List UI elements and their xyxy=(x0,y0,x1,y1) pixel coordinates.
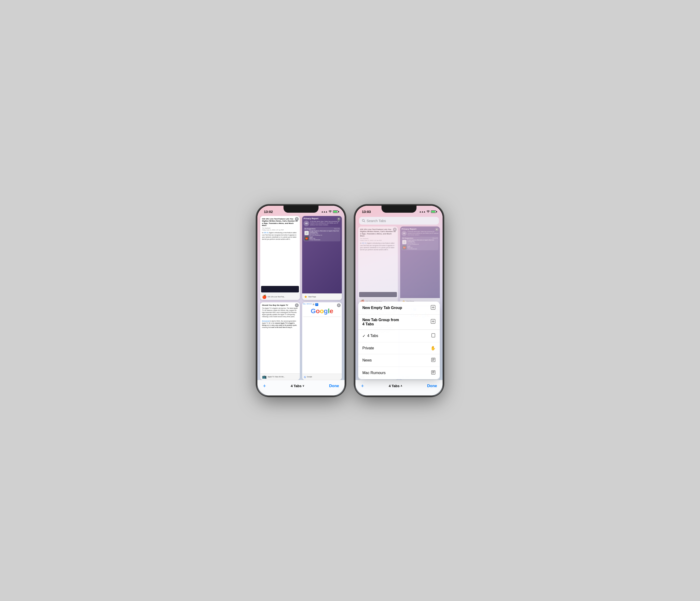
siri-suggestions-title-1: Siri Suggestions xyxy=(304,228,316,230)
tab-card-article-1[interactable]: iOS 15's Live Text Feature Lets You Digi… xyxy=(260,216,300,300)
tab-close-2-2[interactable]: ✕ xyxy=(435,228,439,231)
google-nav-shop: Sh xyxy=(315,303,318,306)
siri-text-2-2: Appleapple.com□ From Bookmarks xyxy=(407,245,417,250)
add-tab-button-1[interactable]: + xyxy=(263,383,266,389)
svg-rect-11 xyxy=(432,360,434,360)
phone-1: 13:02 ▲▲▲ iOS 15's Live xyxy=(257,205,345,396)
signal-icon: ▲▲▲ xyxy=(321,210,327,213)
bottom-toolbar-2: + 4 Tabs ∧ Done xyxy=(355,380,443,395)
done-button-1[interactable]: Done xyxy=(329,384,339,388)
show-all-1[interactable]: Show All xyxy=(334,228,340,230)
new-tab-group-icon xyxy=(430,319,435,325)
google-nav-all: ALL xyxy=(303,303,306,306)
new-empty-tab-group-icon xyxy=(430,305,435,311)
search-bar-2[interactable]: Search Tabs xyxy=(359,217,439,225)
tab-favicon-2: ★ xyxy=(304,294,307,299)
siri-item-text-2: Appleapple.com□ From Bookmarks xyxy=(309,236,320,240)
tab-group-menu: New Empty Tab Group New Tab Group from4 … xyxy=(358,302,440,379)
tab-close-1[interactable]: ✕ xyxy=(295,217,299,221)
tab-card-privacy-2[interactable]: Privacy Report 49 In the last seven days… xyxy=(400,227,440,305)
tab-card-google-1[interactable]: ALL IMAGES ⊞ Sh Google G xyxy=(302,302,342,380)
tab-title-1: iOS 15's Live Text Feature Lets You Digi… xyxy=(262,218,298,227)
notch-2 xyxy=(381,206,417,213)
new-tab-group-from-tabs-item[interactable]: New Tab Group from4 Tabs xyxy=(358,315,440,330)
done-button-2[interactable]: Done xyxy=(427,384,437,388)
tab-grid-1: iOS 15's Live Text Feature Lets You Digi… xyxy=(257,216,345,380)
tab-footer-title-2: Start Page xyxy=(308,296,316,297)
mac-rumours-item[interactable]: Mac Rumours xyxy=(358,367,440,379)
tab-footer-3: 📺 Apple TV: New 4K Mo... xyxy=(260,373,300,380)
tab-meta-1: Tim HardwickFriday June 11, 2021 1:37 am… xyxy=(262,227,298,231)
tab-card-privacy-1[interactable]: Privacy Report 49 In the last seven days… xyxy=(302,216,342,300)
tab-card-article-2[interactable]: iOS 15's Live Text Feature Lets You Digi… xyxy=(358,227,398,305)
svg-rect-12 xyxy=(432,360,434,361)
wifi-icon-2 xyxy=(427,210,430,213)
tab-close-2-1[interactable]: ✕ xyxy=(393,228,397,231)
battery-icon xyxy=(333,210,338,213)
tab-favicon-3: 📺 xyxy=(262,374,267,379)
tab-body-3: The Apple TV is Apple's set-top box. The… xyxy=(262,307,298,329)
tab-title-2-1: iOS 15's Live Text Feature Lets You Digi… xyxy=(360,228,396,237)
tab-footer-title-1: iOS 15's Live Text Fea... xyxy=(268,296,285,297)
siri-thumb-2-1: 📰 xyxy=(402,240,406,244)
notch-1 xyxy=(283,206,319,213)
private-icon: ✋ xyxy=(430,346,435,351)
show-all-2[interactable]: Show All xyxy=(432,237,438,239)
tab-footer-2: ★ Start Page xyxy=(302,293,342,300)
private-item[interactable]: Private ✋ xyxy=(358,342,440,354)
privacy-title-2: Privacy Report xyxy=(402,228,439,230)
privacy-badge-1: 49 xyxy=(304,220,309,226)
news-item[interactable]: News xyxy=(358,354,440,367)
privacy-title-1: Privacy Report xyxy=(304,217,341,220)
news-label: News xyxy=(362,358,372,362)
privacy-text-1: In the last seven days, Safari has preve… xyxy=(310,220,341,226)
four-tabs-label: 4 Tabs xyxy=(367,334,378,338)
tab-footer-4: G Google xyxy=(302,374,342,380)
tab-card-appletv-1[interactable]: Should You Buy the Apple TV The Apple TV… xyxy=(260,302,300,380)
tabs-chevron-1: ∨ xyxy=(302,384,304,387)
status-icons-1: ▲▲▲ xyxy=(321,210,338,213)
tabs-selector-2[interactable]: 4 Tabs ∧ xyxy=(389,384,402,388)
tabs-label-2: 4 Tabs xyxy=(389,384,399,388)
phone-2: 13:03 ▲▲▲ Search xyxy=(355,205,443,396)
wifi-icon xyxy=(328,210,332,213)
svg-line-1 xyxy=(364,221,365,222)
svg-rect-8 xyxy=(432,334,435,337)
search-placeholder-2: Search Tabs xyxy=(367,219,386,223)
tabs-selector-1[interactable]: 4 Tabs ∨ xyxy=(291,384,304,388)
tabs-label-1: 4 Tabs xyxy=(291,384,301,388)
add-tab-button-2[interactable]: + xyxy=(361,383,364,389)
tab-footer-1: 🍎 iOS 15's Live Text Fea... xyxy=(260,293,300,300)
tab-meta-2-1: Tim HardwickFriday June 11, 2021 1:37 am… xyxy=(360,238,396,242)
tab-title-3: Should You Buy the Apple TV xyxy=(262,304,298,307)
battery-icon-2 xyxy=(431,210,436,213)
news-icon xyxy=(431,358,435,363)
status-icons-2: ▲▲▲ xyxy=(419,210,436,213)
tab-body-2-1: In iOS 15, Apple is introducing a new fe… xyxy=(360,242,396,251)
google-search-bar[interactable] xyxy=(303,316,341,317)
svg-rect-10 xyxy=(432,359,434,359)
four-tabs-item[interactable]: ✓ 4 Tabs xyxy=(358,330,440,342)
svg-rect-16 xyxy=(432,373,434,373)
siri-thumb-2: 🍎 xyxy=(304,236,309,240)
tab-footer-title-3: Apple TV: New 4K Mo... xyxy=(268,376,285,377)
signal-icon-2: ▲▲▲ xyxy=(419,210,425,213)
tab-body-1: In iOS 15, Apple is introducing a new fe… xyxy=(262,232,298,240)
four-tabs-icon xyxy=(431,333,435,339)
mac-rumours-label: Mac Rumours xyxy=(362,371,386,375)
privacy-text-2: In the last seven days, Safari has preve… xyxy=(408,231,439,236)
tab-close-2[interactable]: ✕ xyxy=(337,217,341,221)
google-logo: Google xyxy=(303,307,341,315)
bottom-toolbar-1: + 4 Tabs ∨ Done xyxy=(257,380,345,395)
new-empty-tab-group-item[interactable]: New Empty Tab Group xyxy=(358,302,440,315)
google-nav-images: IMAGES xyxy=(307,303,312,306)
time-1: 13:02 xyxy=(264,210,273,214)
privacy-badge-2: 49 xyxy=(402,231,407,236)
tab-footer-title-4: Google xyxy=(307,376,312,377)
google-grid-icon: ⊞ xyxy=(312,303,315,306)
new-empty-tab-group-label: New Empty Tab Group xyxy=(362,306,402,310)
svg-rect-14 xyxy=(432,371,434,372)
time-2: 13:03 xyxy=(362,210,371,214)
tab-favicon-1: 🍎 xyxy=(262,294,267,299)
new-tab-group-label: New Tab Group from4 Tabs xyxy=(362,318,399,326)
